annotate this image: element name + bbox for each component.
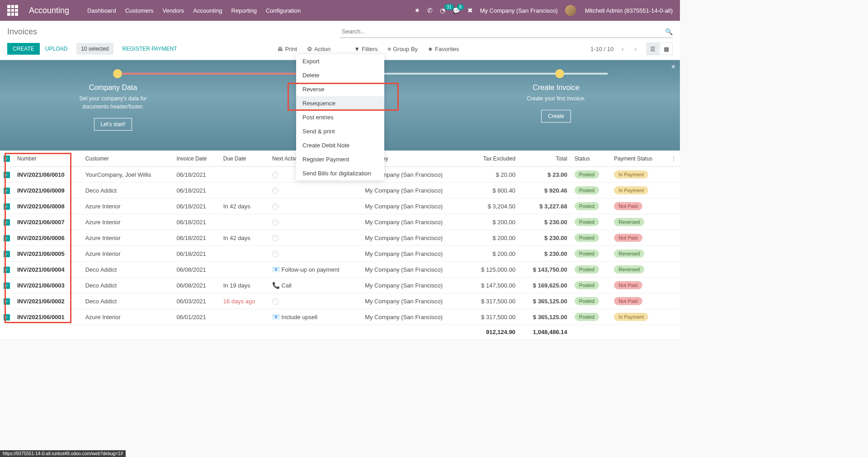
cell-total: $ 3,227.68 — [519, 198, 571, 214]
cell-tax-excluded: $ 147,500.00 — [467, 278, 519, 293]
cell-tax-excluded: $ 125,000.00 — [467, 262, 519, 278]
search-box[interactable]: 🔍 — [340, 25, 673, 38]
menu-configuration[interactable]: Configuration — [266, 7, 301, 14]
wrench-icon[interactable]: ✖ — [467, 7, 473, 14]
cell-tax-excluded: $ 200.00 — [467, 230, 519, 246]
col-number[interactable]: Number — [14, 151, 82, 167]
cell-next-activity: 📞 Call — [269, 278, 361, 293]
pager-next[interactable]: › — [632, 45, 639, 53]
nav-menu: Dashboard Customers Vendors Accounting R… — [87, 7, 415, 14]
payment-badge: Not Paid — [614, 202, 642, 210]
action-dropdown[interactable]: ⚙ Action — [307, 46, 330, 52]
col-invoice-date[interactable]: Invoice Date — [173, 151, 220, 167]
row-checkbox[interactable]: ✓ — [4, 235, 10, 241]
pager: 1-10 / 10 ‹ › — [590, 45, 639, 53]
select-all-checkbox[interactable]: ✓ — [4, 155, 10, 162]
phone-activity-icon[interactable]: 📞 — [272, 282, 280, 289]
table-row[interactable]: ✓INV/2021/06/0001Azure Interior06/01/202… — [0, 309, 680, 325]
register-payment-button[interactable]: REGISTER PAYMENT — [117, 43, 183, 55]
row-checkbox[interactable]: ✓ — [4, 298, 10, 305]
table-row[interactable]: ✓INV/2021/06/0007Azure Interior06/18/202… — [0, 214, 680, 230]
row-checkbox[interactable]: ✓ — [4, 314, 10, 320]
table-row[interactable]: ✓INV/2021/06/0009Deco Addict06/18/2021 M… — [0, 183, 680, 198]
action-menu-item-delete[interactable]: Delete — [296, 68, 384, 82]
user-menu[interactable]: Mitchell Admin (8375551-14-0-all) — [585, 7, 673, 14]
cell-payment-status: In Payment — [610, 309, 667, 325]
menu-vendors[interactable]: Vendors — [163, 7, 184, 14]
phone-icon[interactable]: ✆ — [427, 7, 433, 14]
lets-start-button[interactable]: Let's start! — [94, 118, 132, 131]
table-row[interactable]: ✓INV/2021/06/0003Deco Addict06/08/2021In… — [0, 278, 680, 293]
table-row[interactable]: ✓INV/2021/06/0004Deco Addict06/08/2021📧 … — [0, 262, 680, 278]
clock-activity-icon[interactable] — [272, 188, 278, 194]
action-menu-item-post-entries[interactable]: Post entries — [296, 110, 384, 124]
row-checkbox[interactable]: ✓ — [4, 172, 10, 178]
action-menu-item-reverse[interactable]: Reverse — [296, 82, 384, 96]
column-options-icon[interactable]: ⋮ — [667, 151, 680, 167]
search-icon[interactable]: 🔍 — [665, 28, 673, 35]
action-menu: ExportDeleteReverseResequencePost entrie… — [296, 54, 384, 180]
menu-dashboard[interactable]: Dashboard — [87, 7, 116, 14]
menu-reporting[interactable]: Reporting — [231, 7, 257, 14]
col-total[interactable]: Total — [519, 151, 571, 167]
cell-status: Posted — [571, 278, 611, 293]
col-status[interactable]: Status — [571, 151, 611, 167]
cell-status: Posted — [571, 214, 611, 230]
payment-badge: Reversed — [614, 218, 644, 226]
row-checkbox[interactable]: ✓ — [4, 251, 10, 257]
action-menu-item-register-payment[interactable]: Register Payment — [296, 152, 384, 166]
col-payment-status[interactable]: Payment Status — [610, 151, 667, 167]
menu-accounting[interactable]: Accounting — [193, 7, 222, 14]
bug-icon[interactable]: ✷ — [415, 7, 420, 14]
chat-icon[interactable]: 💬6 — [453, 7, 460, 14]
upload-button[interactable]: UPLOAD — [40, 43, 73, 55]
clock-activity-icon[interactable] — [272, 203, 278, 210]
clock-activity-icon[interactable] — [272, 219, 278, 226]
search-input[interactable] — [340, 26, 665, 37]
action-menu-item-create-debit-note[interactable]: Create Debit Note — [296, 138, 384, 152]
cell-customer: Azure Interior — [82, 198, 173, 214]
filters-dropdown[interactable]: ▼ Filters — [354, 46, 377, 52]
table-row[interactable]: ✓INV/2021/06/0002Deco Addict06/03/202116… — [0, 293, 680, 309]
payment-badge: In Payment — [614, 170, 648, 179]
clock-activity-icon[interactable] — [272, 251, 278, 257]
table-row[interactable]: ✓INV/2021/06/0005Azure Interior06/18/202… — [0, 246, 680, 262]
avatar[interactable] — [565, 5, 576, 16]
action-menu-item-send-bills-for-digitalization[interactable]: Send Bills for digitalization — [296, 166, 384, 180]
banner-close-icon[interactable]: × — [671, 63, 675, 71]
create-invoice-button[interactable]: Create — [541, 110, 571, 122]
col-tax-excluded[interactable]: Tax Excluded — [467, 151, 519, 167]
favorites-dropdown[interactable]: ★ Favorites — [428, 46, 459, 52]
mail-icon[interactable]: 📧 — [272, 313, 280, 320]
mail-icon[interactable]: 📧 — [272, 266, 280, 273]
company-selector[interactable]: My Company (San Francisco) — [480, 7, 558, 14]
cell-payment-status: Reversed — [610, 214, 667, 230]
create-button[interactable]: CREATE — [7, 43, 40, 55]
menu-customers[interactable]: Customers — [125, 7, 154, 14]
action-menu-item-send-print[interactable]: Send & print — [296, 124, 384, 138]
cell-due-date: In 42 days — [220, 230, 269, 246]
row-checkbox[interactable]: ✓ — [4, 203, 10, 210]
kanban-view-button[interactable]: ▦ — [660, 42, 673, 55]
apps-icon[interactable] — [7, 5, 18, 16]
cell-due-date — [220, 183, 269, 198]
row-checkbox[interactable]: ✓ — [4, 188, 10, 194]
list-view-button[interactable]: ☰ — [646, 42, 659, 55]
clock-icon[interactable]: ◔31 — [440, 7, 445, 14]
groupby-dropdown[interactable]: ≡ Group By — [388, 46, 418, 52]
cell-invoice-date: 06/18/2021 — [173, 214, 220, 230]
col-customer[interactable]: Customer — [82, 151, 173, 167]
row-checkbox[interactable]: ✓ — [4, 219, 10, 226]
clock-activity-icon[interactable] — [272, 235, 278, 241]
pager-prev[interactable]: ‹ — [619, 45, 626, 53]
action-menu-item-export[interactable]: Export — [296, 54, 384, 68]
clock-activity-icon[interactable] — [272, 172, 278, 178]
action-menu-item-resequence[interactable]: Resequence — [296, 96, 384, 110]
row-checkbox[interactable]: ✓ — [4, 267, 10, 273]
table-row[interactable]: ✓INV/2021/06/0008Azure Interior06/18/202… — [0, 198, 680, 214]
table-row[interactable]: ✓INV/2021/06/0006Azure Interior06/18/202… — [0, 230, 680, 246]
clock-activity-icon[interactable] — [272, 298, 278, 305]
col-due-date[interactable]: Due Date — [220, 151, 269, 167]
print-button[interactable]: 🖶 Print — [277, 46, 297, 52]
row-checkbox[interactable]: ✓ — [4, 283, 10, 289]
